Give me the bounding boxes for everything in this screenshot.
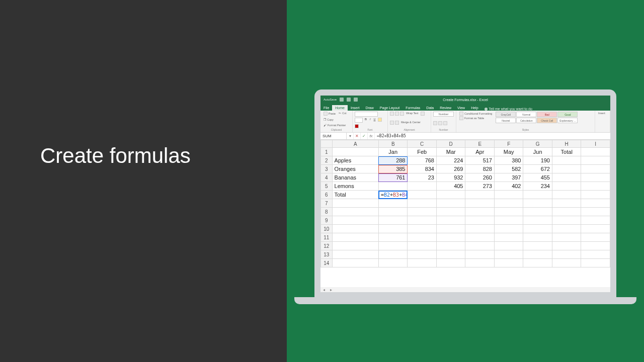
cell[interactable]	[581, 199, 610, 208]
cell[interactable]: 23	[408, 173, 437, 182]
cell[interactable]: Apr	[465, 148, 495, 156]
cell[interactable]: 932	[436, 173, 465, 182]
cell[interactable]	[378, 225, 408, 233]
style-graycell[interactable]: GrayCell	[496, 112, 516, 117]
cell[interactable]	[581, 156, 610, 165]
cell[interactable]	[465, 242, 495, 250]
format-painter-button[interactable]: 🖌 Format Painter	[323, 124, 347, 127]
cell[interactable]	[436, 208, 465, 216]
quick-access-toolbar[interactable]: AutoSave	[324, 98, 358, 102]
cell[interactable]	[581, 242, 610, 250]
percent-button[interactable]	[438, 121, 442, 125]
align-right-button[interactable]	[395, 121, 399, 125]
cell[interactable]	[378, 259, 408, 267]
cell[interactable]: Jun	[523, 148, 552, 156]
align-center-button[interactable]	[390, 121, 394, 125]
row-header-3[interactable]: 3	[321, 165, 333, 173]
style-neutral[interactable]: Neutral	[496, 118, 516, 123]
name-box[interactable]: SUM	[320, 133, 347, 139]
cell[interactable]	[332, 250, 378, 259]
tab-page-layout[interactable]: Page Layout	[377, 105, 403, 111]
cell[interactable]: Apples	[332, 156, 378, 165]
comma-button[interactable]	[443, 121, 447, 125]
italic-button[interactable]: I	[369, 118, 372, 121]
cell[interactable]	[408, 250, 437, 259]
font-size-dropdown[interactable]	[355, 118, 363, 123]
cell[interactable]	[523, 233, 552, 242]
cell[interactable]	[523, 208, 552, 216]
cell[interactable]	[581, 225, 610, 233]
tab-home[interactable]: Home	[332, 105, 348, 111]
cell[interactable]	[436, 216, 465, 225]
cell[interactable]	[581, 165, 610, 173]
cell[interactable]	[332, 259, 378, 267]
cell[interactable]: 234	[523, 182, 552, 191]
cell[interactable]: Bananas	[332, 173, 378, 182]
font-family-dropdown[interactable]	[355, 112, 378, 117]
cell[interactable]	[581, 173, 610, 182]
cell[interactable]	[552, 191, 581, 199]
cell[interactable]: Feb	[408, 148, 437, 156]
tab-data[interactable]: Data	[423, 105, 437, 111]
cell[interactable]	[552, 173, 581, 182]
col-header-G[interactable]: G	[523, 140, 552, 148]
cell[interactable]	[436, 250, 465, 259]
bold-button[interactable]: B	[364, 118, 368, 121]
cell[interactable]: 397	[494, 173, 523, 182]
cell[interactable]	[332, 242, 378, 250]
paste-button[interactable]: Paste	[323, 112, 337, 116]
cell[interactable]	[378, 182, 408, 191]
row-header-6[interactable]: 6	[321, 191, 333, 199]
cell[interactable]	[581, 191, 610, 199]
cell[interactable]	[465, 225, 495, 233]
cell[interactable]: 828	[465, 165, 495, 173]
row-header-13[interactable]: 13	[321, 250, 333, 259]
tab-draw[interactable]: Draw	[362, 105, 376, 111]
row-header-11[interactable]: 11	[321, 233, 333, 242]
cell[interactable]	[552, 208, 581, 216]
cell[interactable]	[494, 225, 523, 233]
cell[interactable]	[378, 216, 408, 225]
cell[interactable]	[408, 216, 437, 225]
cell[interactable]	[436, 233, 465, 242]
cell[interactable]	[523, 199, 552, 208]
cell[interactable]	[581, 208, 610, 216]
cell[interactable]	[436, 191, 465, 199]
cell[interactable]	[552, 233, 581, 242]
tab-review[interactable]: Review	[437, 105, 454, 111]
cell[interactable]	[523, 191, 552, 199]
name-box-dropdown-icon[interactable]: ▾	[347, 133, 354, 139]
cell[interactable]	[332, 199, 378, 208]
col-header-A[interactable]: A	[332, 140, 378, 148]
cell[interactable]	[523, 225, 552, 233]
cell[interactable]	[494, 191, 523, 199]
cell[interactable]	[552, 182, 581, 191]
cell[interactable]	[581, 259, 610, 267]
cell[interactable]: 405	[436, 182, 465, 191]
currency-button[interactable]	[433, 121, 437, 125]
row-header-4[interactable]: 4	[321, 173, 333, 182]
cell[interactable]	[494, 208, 523, 216]
ribbon-tabstrip[interactable]: File Home Insert Draw Page Layout Formul…	[320, 104, 610, 111]
style-explanatory[interactable]: Explanatory ...	[557, 118, 578, 123]
cell[interactable]	[408, 199, 437, 208]
cell[interactable]	[465, 250, 495, 259]
cell[interactable]	[436, 199, 465, 208]
tab-file[interactable]: File	[320, 105, 332, 111]
row-header-10[interactable]: 10	[321, 225, 333, 233]
col-header-F[interactable]: F	[494, 140, 523, 148]
font-color-button[interactable]	[355, 124, 359, 128]
col-header-I[interactable]: I	[581, 140, 610, 148]
align-bottom-button[interactable]	[400, 112, 404, 116]
cell[interactable]	[552, 259, 581, 267]
cell[interactable]: Total	[552, 148, 581, 156]
cell[interactable]: Oranges	[332, 165, 378, 173]
align-left-button[interactable]	[421, 112, 425, 116]
cell[interactable]	[408, 242, 437, 250]
row-header-7[interactable]: 7	[321, 199, 333, 208]
fx-button[interactable]: fx	[368, 133, 375, 139]
cell[interactable]: Mar	[436, 148, 465, 156]
cell[interactable]	[378, 199, 408, 208]
fill-color-button[interactable]	[378, 118, 382, 122]
style-calculation[interactable]: Calculation	[516, 118, 536, 123]
